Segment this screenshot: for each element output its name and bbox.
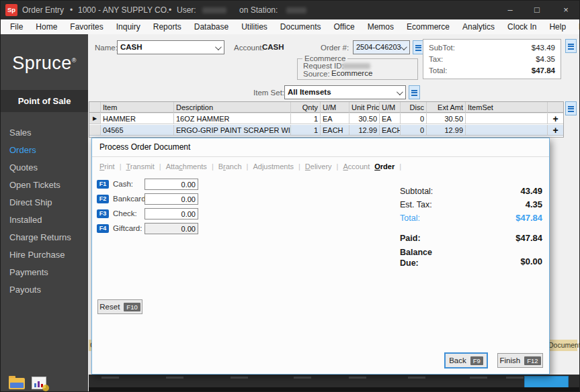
cell-ext-amt[interactable]: 30.50 [427,113,466,124]
sidebar-item-payments[interactable]: Payments [1,264,88,281]
sidebar-item-sales[interactable]: Sales [1,124,88,142]
table-row[interactable]: 04565 ERGO-GRIP PAINT SCRAPER WITH 1 EAC… [89,125,563,136]
brand-text: Spruce [12,53,72,73]
analytics-chart-icon[interactable] [32,377,46,389]
tab-print[interactable]: Print [99,162,115,170]
row-gutter [89,125,101,136]
cell-um2[interactable]: EA [380,113,401,124]
minimize-icon[interactable]: – [499,1,522,19]
cell-description[interactable]: 16OZ HAMMER [174,113,291,124]
order-number-value: 2504-C46203 [356,43,401,51]
tab-order[interactable]: Order [374,162,395,170]
sidebar-item-installed[interactable]: Installed [1,211,88,229]
cell-item[interactable]: HAMMER [101,113,174,124]
tab-delivery[interactable]: Delivery [305,162,332,170]
menu-analytics[interactable]: Analytics [462,22,495,32]
station-value-redacted [286,7,306,13]
sidebar-item-quotes[interactable]: Quotes [1,159,88,177]
sidebar-item-open-tickets[interactable]: Open Tickets [1,177,88,194]
menu-help[interactable]: Help [549,22,566,32]
totals-menu-button[interactable] [565,39,577,53]
sidebar-nav: Sales Orders Quotes Open Tickets Direct … [1,124,88,299]
reset-button[interactable]: Reset F10 [97,299,142,314]
add-line-button[interactable]: + [548,113,563,124]
menu-reports[interactable]: Reports [153,22,181,32]
col-header-um1[interactable]: U/M [321,102,349,113]
col-header-um2[interactable]: U/M [380,102,401,113]
tab-separator: | [337,162,339,170]
tab-separator: | [120,162,122,170]
col-header-itemset[interactable]: ItemSet [466,102,548,113]
reset-button-label: Reset [99,303,120,311]
order-entry-window: Sp Order Entry • 1000 - ANY SUPPLY CO. •… [0,0,580,392]
total-label: Total: [429,66,448,75]
cell-disc[interactable]: 0 [401,125,427,136]
cash-label: Cash: [113,180,133,188]
paid-value: $47.84 [467,233,542,243]
cell-qnty[interactable]: 1 [291,125,321,136]
folder-icon[interactable] [9,378,25,389]
itemset-menu-button[interactable] [409,85,420,99]
grid-menu-button[interactable] [565,101,577,115]
account-label: Account: [234,44,264,52]
cell-um1[interactable]: EA [321,113,349,124]
tab-branch[interactable]: Branch [218,162,242,170]
maximize-icon[interactable]: □ [526,1,548,19]
cell-description[interactable]: ERGO-GRIP PAINT SCRAPER WITH [174,125,291,136]
cell-unit-price[interactable]: 30.50 [349,113,380,124]
menu-ecommerce[interactable]: Ecommerce [407,22,450,32]
check-input[interactable] [144,208,198,219]
menu-file[interactable]: File [10,22,23,32]
giftcard-input[interactable] [144,223,198,234]
tab-separator: | [298,162,300,170]
cell-qnty[interactable]: 1 [291,113,321,124]
menu-database[interactable]: Database [194,22,229,32]
col-header-unit-price[interactable]: Unit Price [349,102,380,113]
menu-utilities[interactable]: Utilities [241,22,267,32]
cell-item[interactable]: 04565 [101,125,174,136]
sidebar-item-direct-ship[interactable]: Direct Ship [1,194,88,211]
menu-documents[interactable]: Documents [280,22,321,32]
sidebar-item-hire-purchase[interactable]: Hire Purchase [1,246,88,264]
menu-favorites[interactable]: Favorites [70,22,103,32]
close-icon[interactable]: × [554,1,577,19]
add-line-button[interactable]: + [548,125,563,136]
menu-home[interactable]: Home [36,22,57,32]
col-header-ext-amt[interactable]: Ext Amt [427,102,466,113]
menu-clockin[interactable]: Clock In [507,22,536,32]
chart-bar-purple [38,381,40,387]
menu-memos[interactable]: Memos [368,22,394,32]
back-button[interactable]: Back F9 [445,353,487,368]
sidebar-item-charge-returns[interactable]: Charge Returns [1,229,88,246]
cash-input[interactable] [144,179,198,190]
table-row[interactable]: ▶ HAMMER 16OZ HAMMER 1 EA 30.50 EA 0 30.… [89,113,563,125]
menu-inquiry[interactable]: Inquiry [116,22,140,32]
col-header-disc[interactable]: Disc [401,102,427,113]
col-header-item[interactable]: Item [101,102,174,113]
cell-um2[interactable]: EACH [380,125,401,136]
customer-name-combobox[interactable]: CASH [117,40,224,54]
sidebar-item-orders[interactable]: Orders [1,142,88,159]
cell-disc[interactable]: 0 [401,113,427,124]
finish-button-label: Finish [499,356,520,364]
tab-adjustments[interactable]: Adjustments [253,162,294,170]
col-header-description[interactable]: Description [174,102,291,113]
menu-office[interactable]: Office [334,22,355,32]
tab-account[interactable]: Account [343,162,370,170]
tab-attachments[interactable]: Attachments [166,162,207,170]
source-label: Source: [303,70,330,78]
col-header-qnty[interactable]: Qnty [291,102,321,113]
cell-itemset[interactable] [466,113,548,124]
order-number-combobox[interactable]: 2504-C46203 [353,40,410,54]
cell-um1[interactable]: EACH [321,125,349,136]
tab-transmit[interactable]: Transmit [126,162,154,170]
itemset-combobox[interactable]: All Itemsets [284,85,406,99]
finish-button[interactable]: Finish F12 [497,353,543,368]
est-tax-label: Est. Tax: [400,200,432,209]
cell-ext-amt[interactable]: 12.99 [427,125,466,136]
dialog-title: Process Order Document [99,142,190,152]
cell-unit-price[interactable]: 12.99 [349,125,380,136]
sidebar-item-payouts[interactable]: Payouts [1,281,88,299]
bankcard-input[interactable] [144,193,198,205]
cell-itemset[interactable] [466,125,548,136]
